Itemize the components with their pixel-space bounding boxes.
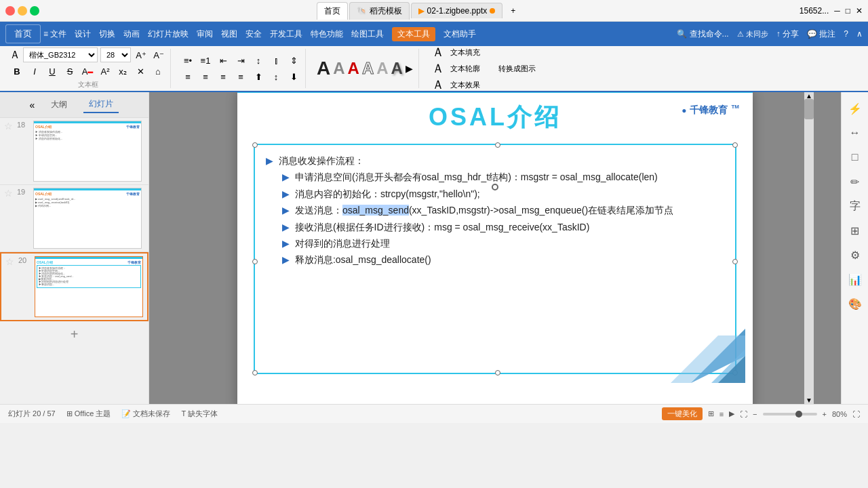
tab-slides[interactable]: 幻灯片 — [83, 96, 119, 113]
star-20[interactable]: ☆ — [5, 256, 14, 267]
zoom-out-btn[interactable]: − — [753, 410, 757, 418]
align-justify-btn[interactable]: ≡ — [233, 69, 248, 84]
vertical-scrollbar[interactable]: ▲ ▼ — [804, 92, 814, 404]
line-spacing-btn[interactable]: ↕ — [251, 53, 266, 68]
style-red-btn[interactable]: A — [348, 60, 359, 77]
style-outline-btn[interactable]: A — [362, 60, 374, 77]
search-icon[interactable]: 🔍 查找命令... — [677, 28, 728, 40]
layout-panel-btn[interactable]: ⊞ — [844, 220, 866, 241]
menu-animate[interactable]: 动画 — [123, 28, 140, 40]
tab-file[interactable]: ▶ 02-1.zigbee.pptx — [411, 3, 503, 18]
menu-design[interactable]: 设计 — [75, 28, 91, 40]
subscript-btn[interactable]: x₂ — [115, 64, 130, 79]
slide-item-18[interactable]: ☆ 18 OSAL介绍 千锋教育 ▶ 消息收发操作流程... ▶ 申请消息空间.… — [0, 118, 149, 185]
property-panel-btn[interactable]: ⚙ — [844, 244, 866, 266]
zoom-in-btn[interactable]: + — [823, 410, 827, 418]
scroll-up-btn[interactable]: ▲ — [804, 92, 814, 100]
maximize-btn[interactable] — [30, 6, 39, 16]
bullet-list-btn[interactable]: ≡• — [180, 53, 195, 68]
handle-bm[interactable] — [495, 370, 500, 375]
menu-view[interactable]: 视图 — [221, 28, 237, 40]
slide-item-19[interactable]: ☆ 19 OSAL介绍 千锋教育 ▶ osal_msg_send(uint8 t… — [0, 185, 149, 252]
fullscreen-btn[interactable]: ⛶ — [852, 410, 860, 418]
slide-item-20[interactable]: ☆ 20 OSAL介绍 千锋教育 ▶消息收发操作流程： ▶申请消息空间... ▶… — [0, 252, 149, 321]
add-slide-btn[interactable]: + — [71, 327, 79, 342]
superscript-btn[interactable]: A² — [98, 64, 113, 79]
style-black-btn[interactable]: A — [317, 59, 330, 78]
handle-bl[interactable] — [252, 370, 258, 375]
valign-bot-btn[interactable]: ⬇ — [286, 69, 301, 84]
valign-mid-btn[interactable]: ↕ — [269, 69, 283, 84]
style-panel-btn[interactable]: 🎨 — [844, 293, 866, 314]
tab-template[interactable]: 🐚 稻壳模板 — [349, 2, 410, 20]
add-tab-btn[interactable]: + — [504, 3, 522, 18]
handle-mr[interactable] — [732, 259, 738, 264]
text-direction-btn[interactable]: ⇕ — [286, 53, 301, 68]
edit-panel-btn[interactable]: ✏ — [844, 171, 866, 192]
window-close-icon[interactable]: ✕ — [856, 6, 863, 16]
minimize-btn[interactable] — [18, 6, 27, 16]
art-text-panel-btn[interactable]: 字 — [844, 195, 866, 217]
window-maximize-icon[interactable]: □ — [846, 6, 850, 16]
menu-text[interactable]: 文本工具 — [392, 27, 435, 41]
format-paint-btn[interactable]: ⌂ — [151, 64, 165, 79]
numbered-list-btn[interactable]: ≡1 — [198, 53, 213, 68]
font-size-select[interactable]: 28 — [100, 47, 131, 62]
close-btn[interactable] — [5, 6, 15, 16]
window-minimize-icon[interactable]: ─ — [834, 6, 840, 16]
handle-tl[interactable] — [252, 142, 258, 148]
style-white-btn[interactable]: A — [376, 60, 388, 77]
tab-home[interactable]: 首页 — [317, 2, 348, 20]
menu-review[interactable]: 审阅 — [197, 28, 213, 40]
font-color-btn[interactable]: A▬ — [80, 64, 95, 79]
more-styles-btn[interactable]: ▶ — [406, 63, 413, 74]
font-increase-btn[interactable]: A⁺ — [134, 47, 149, 62]
slide-content-box[interactable]: ▶ 消息收发操作流程： ▶ 申请消息空间(消息开头都会有osal_msg_hdr… — [254, 144, 736, 374]
view-list-icon[interactable]: ≡ — [719, 410, 724, 418]
menu-special[interactable]: 特色功能 — [311, 28, 343, 40]
chart-panel-btn[interactable]: 📊 — [844, 268, 866, 290]
bold-btn[interactable]: B — [9, 64, 24, 79]
italic-btn[interactable]: I — [27, 64, 42, 79]
clear-format-btn[interactable]: ✕ — [133, 64, 148, 79]
menu-doc-assist[interactable]: 文档助手 — [443, 28, 476, 40]
text-outline-label[interactable]: 文本轮廓 — [450, 64, 480, 74]
view-normal-icon[interactable]: ⊞ — [708, 409, 714, 418]
view-slideshow-icon[interactable]: ▶ — [729, 409, 734, 418]
menu-switch[interactable]: 切换 — [99, 28, 115, 40]
star-18[interactable]: ☆ — [4, 121, 13, 131]
sidebar-tab-collapse[interactable]: « — [30, 100, 35, 110]
comment-btn[interactable]: 💬 批注 — [807, 28, 835, 40]
align-center-btn[interactable]: ≡ — [198, 69, 213, 84]
menu-draw[interactable]: 绘图工具 — [351, 28, 384, 40]
style-gray-btn[interactable]: A — [333, 60, 344, 77]
font-decrease-btn[interactable]: A⁻ — [151, 47, 166, 62]
menu-dev[interactable]: 开发工具 — [270, 28, 302, 40]
valign-top-btn[interactable]: ⬆ — [251, 69, 266, 84]
text-fill-label[interactable]: 文本填充 — [450, 47, 480, 58]
view-fullscreen-icon[interactable]: ⛶ — [740, 410, 747, 418]
increase-indent-btn[interactable]: ⇥ — [233, 53, 248, 68]
help-btn[interactable]: ? — [844, 29, 848, 39]
expand-icon[interactable]: ∧ — [856, 29, 863, 39]
zoom-slider[interactable] — [763, 413, 817, 415]
align-left-btn[interactable]: ≡ — [180, 69, 195, 84]
share-btn[interactable]: ↑ 分享 — [776, 28, 799, 40]
switch-panel-btn[interactable]: ↔ — [844, 122, 866, 144]
column-btn[interactable]: ⫿ — [269, 53, 283, 68]
menu-slideshow[interactable]: 幻灯片放映 — [148, 28, 189, 40]
style-shadow-btn[interactable]: A — [391, 60, 403, 77]
font-select[interactable]: 楷体_GB2312 — [23, 47, 98, 62]
decrease-indent-btn[interactable]: ⇤ — [216, 53, 231, 68]
tab-outline[interactable]: 大纲 — [45, 97, 73, 113]
shape-panel-btn[interactable]: □ — [844, 146, 866, 168]
scroll-down-btn[interactable]: ▼ — [804, 396, 814, 404]
menu-security[interactable]: 安全 — [245, 28, 262, 40]
handle-ml[interactable] — [252, 259, 258, 264]
handle-tm[interactable] — [495, 142, 500, 148]
star-19[interactable]: ☆ — [4, 188, 13, 199]
convert-btn[interactable]: 转换成图示 — [494, 62, 540, 76]
underline-btn[interactable]: U — [45, 64, 60, 79]
animate-panel-btn[interactable]: ⚡ — [844, 98, 866, 119]
beautify-btn[interactable]: 一键美化 — [662, 407, 703, 420]
